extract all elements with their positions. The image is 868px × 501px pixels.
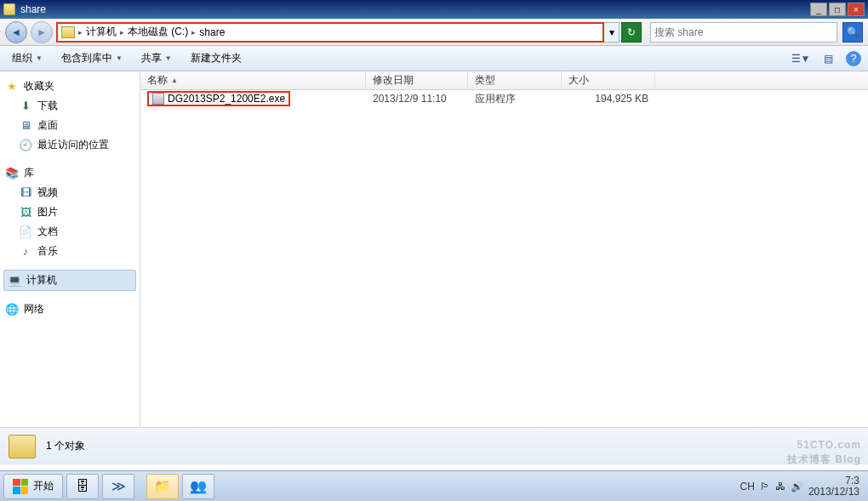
watermark: 51CTO.com 技术博客 Blog — [787, 433, 861, 467]
column-headers: 名称▲ 修改日期 类型 大小 — [140, 71, 868, 90]
recent-icon: 🕘 — [19, 139, 32, 152]
file-type: 应用程序 — [468, 92, 562, 106]
taskbar-server-manager[interactable]: 🗄 — [66, 474, 99, 499]
tray-network-icon[interactable]: 🖧 — [775, 481, 785, 492]
crumb-computer[interactable]: 计算机 — [84, 25, 118, 39]
taskbar-explorer[interactable]: 📁 — [146, 474, 179, 499]
navbar: ◄ ► ▸ 计算机 ▸ 本地磁盘 (C:) ▸ share ▾ ↻ 🔍 — [0, 19, 868, 46]
content-area: 名称▲ 修改日期 类型 大小 DG2013SP2_1200E2.exe 2013… — [140, 71, 868, 427]
preview-pane-button[interactable]: ▤ — [819, 50, 837, 67]
picture-icon: 🖼 — [19, 206, 32, 219]
folder-thumb-icon — [9, 435, 36, 458]
sidebar-item-downloads[interactable]: ⬇下载 — [3, 96, 136, 116]
exe-icon — [152, 93, 164, 105]
nav-back-button[interactable]: ◄ — [5, 21, 27, 43]
include-in-library-button[interactable]: 包含到库中▼ — [56, 49, 128, 67]
toolbar: 组织▼ 包含到库中▼ 共享▼ 新建文件夹 ☰▼ ▤ ? — [0, 46, 868, 71]
crumb-drive[interactable]: 本地磁盘 (C:) — [126, 25, 190, 39]
tray-sound-icon[interactable]: 🔊 — [791, 481, 803, 492]
sidebar-item-network[interactable]: 🌐网络 — [3, 299, 136, 319]
star-icon: ★ — [5, 80, 19, 94]
file-size: 194,925 KB — [562, 93, 655, 105]
close-button[interactable]: × — [848, 3, 865, 16]
network-icon: 🌐 — [5, 303, 19, 316]
organize-button[interactable]: 组织▼ — [7, 49, 48, 67]
folder-icon — [61, 26, 75, 38]
sidebar-libraries[interactable]: 📚库 — [3, 163, 136, 183]
chevron-right-icon: ▸ — [191, 28, 196, 37]
desktop-icon: 🖥 — [19, 119, 32, 133]
titlebar: share _ □ × — [0, 0, 868, 19]
taskbar-powershell[interactable]: ≫ — [102, 474, 134, 499]
search-button[interactable]: 🔍 — [842, 22, 863, 43]
file-name: DG2013SP2_1200E2.exe — [168, 93, 285, 105]
taskbar-app[interactable]: 👥 — [182, 474, 214, 499]
share-button[interactable]: 共享▼ — [136, 49, 177, 67]
file-list[interactable]: DG2013SP2_1200E2.exe 2013/12/9 11:10 应用程… — [140, 90, 868, 427]
help-button[interactable]: ? — [846, 51, 861, 66]
sidebar-item-videos[interactable]: 🎞视频 — [3, 183, 136, 202]
column-name[interactable]: 名称▲ — [140, 71, 366, 89]
library-icon: 📚 — [5, 167, 19, 180]
file-date: 2013/12/9 11:10 — [366, 93, 468, 105]
window-title: share — [20, 3, 810, 15]
sidebar-favorites[interactable]: ★收藏夹 — [3, 77, 136, 96]
chevron-down-icon: ▼ — [36, 54, 43, 62]
system-tray[interactable]: CH 🏳 🖧 🔊 7:3 2013/12/13 — [735, 475, 865, 498]
status-bar: 1 个对象 — [0, 427, 868, 464]
chevron-right-icon: ▸ — [78, 28, 83, 37]
maximize-button[interactable]: □ — [829, 3, 846, 16]
search-input[interactable] — [650, 22, 837, 43]
clock[interactable]: 7:3 2013/12/13 — [808, 475, 859, 498]
table-row[interactable]: DG2013SP2_1200E2.exe 2013/12/9 11:10 应用程… — [140, 90, 868, 107]
sidebar-item-documents[interactable]: 📄文档 — [3, 222, 136, 242]
folder-icon — [3, 3, 15, 15]
sidebar-item-music[interactable]: ♪音乐 — [3, 242, 136, 261]
music-icon: ♪ — [19, 245, 32, 259]
taskbar: 开始 🗄 ≫ 📁 👥 CH 🏳 🖧 🔊 7:3 2013/12/13 — [0, 470, 868, 501]
new-folder-button[interactable]: 新建文件夹 — [186, 49, 247, 67]
minimize-button[interactable]: _ — [810, 3, 827, 16]
chevron-down-icon: ▼ — [116, 54, 123, 62]
status-count: 1 个对象 — [46, 439, 85, 453]
column-date[interactable]: 修改日期 — [366, 71, 468, 89]
column-size[interactable]: 大小 — [562, 71, 655, 89]
sort-asc-icon: ▲ — [171, 77, 178, 84]
crumb-folder[interactable]: share — [197, 26, 226, 38]
sidebar-item-computer[interactable]: 💻计算机 — [3, 270, 136, 291]
document-icon: 📄 — [19, 225, 32, 239]
sidebar-item-pictures[interactable]: 🖼图片 — [3, 202, 136, 222]
chevron-right-icon: ▸ — [120, 28, 124, 37]
breadcrumb[interactable]: ▸ 计算机 ▸ 本地磁盘 (C:) ▸ share — [56, 22, 604, 43]
sidebar-item-recent[interactable]: 🕘最近访问的位置 — [3, 135, 136, 155]
search-field[interactable] — [654, 26, 833, 38]
sidebar-item-desktop[interactable]: 🖥桌面 — [3, 116, 136, 135]
computer-icon: 💻 — [8, 274, 21, 288]
start-button[interactable]: 开始 — [3, 474, 63, 499]
address-dropdown[interactable]: ▾ — [604, 22, 620, 43]
sidebar: ★收藏夹 ⬇下载 🖥桌面 🕘最近访问的位置 📚库 🎞视频 🖼图片 📄文档 ♪音乐… — [0, 71, 140, 427]
lang-indicator[interactable]: CH — [740, 481, 755, 492]
windows-logo-icon — [13, 479, 28, 494]
chevron-down-icon: ▼ — [165, 54, 172, 62]
download-icon: ⬇ — [19, 100, 32, 113]
video-icon: 🎞 — [19, 186, 32, 200]
nav-forward-button[interactable]: ► — [31, 21, 53, 43]
tray-flag-icon[interactable]: 🏳 — [760, 481, 770, 492]
refresh-button[interactable]: ↻ — [621, 22, 642, 43]
column-type[interactable]: 类型 — [468, 71, 562, 89]
view-options-button[interactable]: ☰▼ — [791, 50, 810, 67]
